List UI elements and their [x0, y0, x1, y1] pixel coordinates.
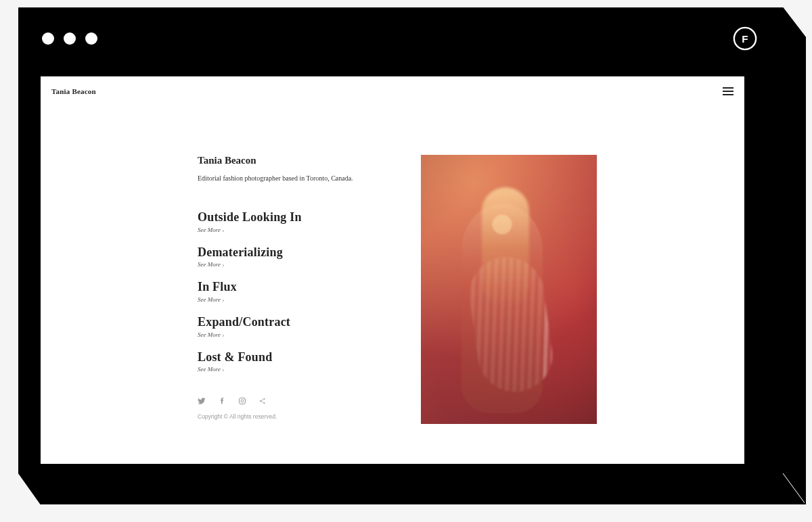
- svg-line-13: [261, 402, 264, 403]
- project-title[interactable]: Expand/Contract: [198, 315, 380, 329]
- see-more-link[interactable]: See More ›: [198, 366, 380, 373]
- svg-point-10: [263, 398, 265, 400]
- svg-line-12: [261, 400, 264, 401]
- project-item: In FluxSee More ›: [198, 280, 380, 303]
- see-more-link[interactable]: See More ›: [198, 261, 380, 268]
- project-item: Lost & FoundSee More ›: [198, 350, 380, 373]
- hero-image: [421, 155, 597, 424]
- page-tagline: Editorial fashion photographer based in …: [198, 173, 380, 183]
- site-name[interactable]: Tania Beacon: [51, 87, 96, 95]
- project-title[interactable]: Lost & Found: [198, 350, 380, 364]
- see-more-link[interactable]: See More ›: [198, 227, 380, 233]
- project-title[interactable]: In Flux: [198, 280, 380, 294]
- brand-badge-letter: F: [742, 33, 748, 45]
- window-dot[interactable]: [42, 32, 54, 45]
- project-title[interactable]: Outside Looking In: [198, 210, 380, 224]
- svg-point-8: [244, 399, 244, 400]
- window-dot[interactable]: [85, 32, 97, 45]
- svg-marker-2: [19, 473, 805, 504]
- svg-marker-1: [783, 8, 805, 504]
- page-title: Tania Beacon: [198, 155, 380, 166]
- project-title[interactable]: Dematerializing: [198, 245, 380, 260]
- see-more-link[interactable]: See More ›: [198, 331, 380, 338]
- website-viewport: Tania Beacon Tania Beacon Editorial fash…: [41, 76, 744, 464]
- project-item: Outside Looking InSee More ›: [198, 210, 380, 233]
- share-icon[interactable]: [258, 396, 267, 408]
- project-item: DematerializingSee More ›: [198, 245, 380, 268]
- svg-point-7: [241, 400, 244, 402]
- menu-icon[interactable]: [723, 87, 734, 95]
- project-item: Expand/ContractSee More ›: [198, 315, 380, 338]
- window-dot[interactable]: [64, 32, 76, 45]
- see-more-link[interactable]: See More ›: [198, 296, 380, 303]
- twitter-icon[interactable]: [198, 396, 206, 408]
- brand-badge[interactable]: F: [732, 26, 758, 51]
- copyright-text: Copyright © All rights reserved.: [198, 413, 380, 420]
- svg-point-11: [263, 402, 265, 404]
- window-controls: [42, 32, 97, 45]
- social-links: [198, 396, 380, 408]
- instagram-icon[interactable]: [238, 396, 246, 408]
- facebook-icon[interactable]: [218, 396, 226, 408]
